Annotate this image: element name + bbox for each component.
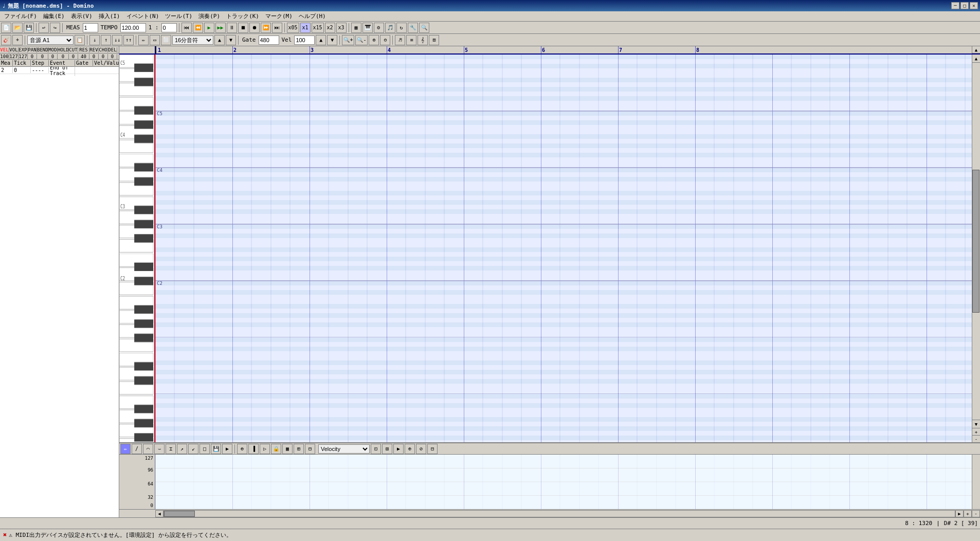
vel-expand[interactable]: ▶ (393, 444, 404, 454)
zoom-in-button[interactable]: 🔍+ (342, 35, 354, 45)
step-down[interactable]: ↓ (89, 35, 100, 45)
vel-down[interactable]: ▼ (327, 35, 337, 45)
play2-button[interactable]: ▶▶ (215, 23, 226, 33)
piano-grid[interactable]: C5 C4 C3 C2 (155, 55, 972, 442)
note-value-selector[interactable]: 16分音符 (172, 35, 213, 45)
vel-link2[interactable]: ⊕ (405, 444, 415, 454)
vel-del2[interactable]: ⊟ (427, 444, 438, 454)
v-scroll-track[interactable] (972, 63, 980, 420)
vel-btn4[interactable]: ⊟ (305, 444, 315, 454)
h-scroll-thumb[interactable] (164, 511, 195, 517)
v-scroll-thumb[interactable] (972, 170, 979, 313)
h-scroll-right[interactable]: ▶ (955, 510, 964, 517)
vel-more[interactable]: ▶ (222, 444, 232, 454)
track-selector[interactable]: 音源 A1 (27, 35, 74, 45)
vel-arr1[interactable]: ▷ (260, 444, 270, 454)
vel-tool4[interactable]: ⌶ (166, 444, 176, 454)
zoom-h-in[interactable]: ⊕ (369, 35, 379, 45)
redo-button[interactable]: ↪ (50, 23, 60, 33)
zoom-h-out[interactable]: ⊖ (380, 35, 390, 45)
h-scroll-minus[interactable]: - (972, 510, 980, 517)
maximize-button[interactable]: □ (960, 2, 969, 9)
select-button[interactable]: ▭ (150, 35, 160, 45)
menu-event[interactable]: イベント(N) (123, 11, 162, 21)
quant-button[interactable]: ≡ (406, 35, 416, 45)
zoom-out-button[interactable]: 🔍- (355, 35, 368, 45)
oct-down[interactable]: ↓↓ (112, 35, 122, 45)
record-button[interactable]: ⏺ (249, 23, 260, 33)
vel-link[interactable]: ⊕ (237, 444, 247, 454)
vel-up[interactable]: ▲ (316, 35, 326, 45)
stop-button[interactable]: ⏹ (238, 23, 248, 33)
speed-x1[interactable]: x1 (300, 23, 311, 33)
ff-button[interactable]: ⏩ (261, 23, 271, 33)
eraser-button[interactable]: ⬜ (161, 35, 171, 45)
step-up[interactable]: ↑ (101, 35, 111, 45)
zoom-plus[interactable]: + (972, 428, 980, 435)
menu-track[interactable]: トラック(K) (223, 11, 262, 21)
speed-x3[interactable]: x3 (336, 23, 347, 33)
wrench-button[interactable]: 🔧 (408, 23, 418, 33)
rewind-button[interactable]: ⏮ (182, 23, 192, 33)
pause-button[interactable]: ⏸ (227, 23, 237, 33)
vel-bar[interactable]: ▐ (248, 444, 259, 454)
chord2-button[interactable]: 𝄞 (418, 35, 428, 45)
beat-input[interactable] (161, 23, 177, 32)
close-button[interactable]: ✕ (970, 2, 978, 9)
vel-square[interactable]: □ (199, 444, 210, 454)
speed-x15[interactable]: x15 (312, 23, 324, 33)
end-button[interactable]: ⏭ (272, 23, 282, 33)
minimize-button[interactable]: ─ (951, 2, 959, 9)
menu-file[interactable]: ファイル(F) (1, 11, 40, 21)
meas-input[interactable] (83, 23, 98, 32)
menu-mark[interactable]: マーク(M) (262, 11, 296, 21)
vel-btn2[interactable]: ▦ (282, 444, 293, 454)
vel-btn3[interactable]: ⊞ (294, 444, 304, 454)
event-row-1[interactable]: 2 0 ---- End of Track (0, 67, 119, 74)
vel-pencil[interactable]: ✏ (120, 444, 131, 454)
new-track-button[interactable]: + (12, 35, 23, 45)
chord-button[interactable]: ♬ (395, 35, 405, 45)
speed-x05[interactable]: x05 (287, 23, 299, 33)
vel-copy[interactable]: ↗ (177, 444, 187, 454)
piano-button[interactable]: 🎹 (362, 23, 373, 33)
play-button[interactable]: ▶ (204, 23, 214, 33)
menu-help[interactable]: ヘルプ(H) (296, 11, 329, 21)
gate-input[interactable] (259, 35, 279, 45)
vel-tool2[interactable]: ⌒ (143, 444, 153, 454)
new-button[interactable]: 📄 (1, 23, 11, 33)
vel-lock[interactable]: 🔒 (271, 444, 281, 454)
save-button[interactable]: 💾 (24, 23, 34, 33)
undo-button[interactable]: ↩ (39, 23, 49, 33)
vel-lasso[interactable]: ⊘ (416, 444, 426, 454)
speed-x2[interactable]: x2 (325, 23, 335, 33)
oct-up[interactable]: ↑↑ (123, 35, 134, 45)
note-up-button[interactable]: ▲ (214, 35, 225, 45)
v-scroll-up[interactable]: ▲ (972, 55, 980, 63)
menu-insert[interactable]: 挿入(I) (96, 11, 123, 21)
metronome-button[interactable]: 🎵 (385, 23, 395, 33)
velocity-grid[interactable] (155, 455, 972, 509)
h-scroll-plus[interactable]: + (964, 510, 972, 517)
config-button[interactable]: ⚙ (374, 23, 384, 33)
v-scroll-down[interactable]: ▼ (972, 420, 980, 428)
loop-button[interactable]: ↻ (396, 23, 407, 33)
zoom-minus[interactable]: - (972, 435, 980, 442)
note-down-button[interactable]: ▼ (226, 35, 236, 45)
open-button[interactable]: 📂 (12, 23, 23, 33)
snap-button[interactable]: ⊞ (429, 35, 439, 45)
mixer-button[interactable]: ▦ (351, 23, 361, 33)
menu-view[interactable]: 表示(V) (68, 11, 96, 21)
vel-tool3[interactable]: ⌣ (154, 444, 165, 454)
scroll-up-btn[interactable]: ▲ (972, 46, 980, 53)
velocity-type-selector[interactable]: Velocity (318, 444, 370, 454)
vel-paste[interactable]: ↙ (188, 444, 198, 454)
search-button[interactable]: 🔍 (419, 23, 429, 33)
tempo-input[interactable] (120, 23, 146, 32)
vel-snap1[interactable]: ⊡ (371, 444, 381, 454)
h-scroll-left[interactable]: ◀ (155, 510, 164, 517)
prev-button[interactable]: ⏪ (193, 23, 203, 33)
vel-save[interactable]: 💾 (211, 444, 221, 454)
menu-edit[interactable]: 編集(E) (40, 11, 68, 21)
h-scroll-track[interactable] (164, 510, 955, 517)
